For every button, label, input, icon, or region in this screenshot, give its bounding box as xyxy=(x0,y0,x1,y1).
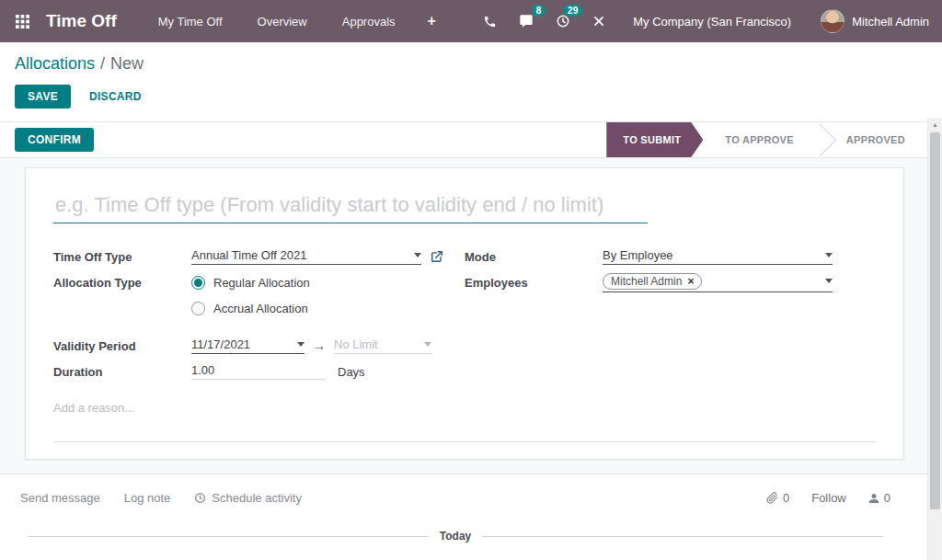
sheet-divider xyxy=(53,441,876,442)
nav-item-my-time-off[interactable]: My Time Off xyxy=(141,0,240,42)
chevron-down-icon xyxy=(424,342,431,347)
remove-tag-icon[interactable]: × xyxy=(687,276,694,287)
activities-count-badge: 29 xyxy=(563,5,582,17)
validity-start-date-value: 11/17/2021 xyxy=(191,337,290,351)
breadcrumb: Allocations/New xyxy=(15,54,927,74)
radio-regular-label: Regular Allocation xyxy=(213,276,310,290)
chevron-down-icon xyxy=(297,342,304,347)
clock-outline-icon xyxy=(194,492,206,504)
confirm-button[interactable]: CONFIRM xyxy=(15,128,94,152)
followers-count: 0 xyxy=(884,491,890,505)
today-label: Today xyxy=(440,530,471,543)
employees-label: Employees xyxy=(465,276,603,290)
mode-value: By Employee xyxy=(603,248,818,262)
systray: 8 29 My Company (San Francisco) Mitchell… xyxy=(472,0,942,42)
duration-input[interactable] xyxy=(191,363,326,377)
duration-unit: Days xyxy=(338,365,365,379)
validity-end-placeholder: No Limit xyxy=(334,337,417,351)
time-off-type-row: Time Off Type Annual Time Off 2021 xyxy=(53,244,465,269)
form-sheet: Time Off Type Annual Time Off 2021 Alloc… xyxy=(25,167,904,460)
user-name: Mitchell Admin xyxy=(852,15,929,29)
radio-accrual-label: Accrual Allocation xyxy=(213,302,308,315)
nav-item-approvals[interactable]: Approvals xyxy=(325,0,413,42)
validity-end-date-picker[interactable]: No Limit xyxy=(334,337,431,354)
external-link-icon[interactable] xyxy=(431,250,443,263)
field-groups: Time Off Type Annual Time Off 2021 Alloc… xyxy=(53,244,876,416)
employees-multiselect[interactable]: Mitchell Admin × xyxy=(603,273,833,292)
breadcrumb-current: New xyxy=(110,54,144,73)
radio-accrual-allocation[interactable]: Accrual Allocation xyxy=(191,302,308,315)
time-off-type-select[interactable]: Annual Time Off 2021 xyxy=(191,248,421,265)
voip-phone-button[interactable] xyxy=(472,0,508,42)
attachments-button[interactable]: 0 xyxy=(766,491,789,505)
stage-to-approve[interactable]: TO APPROVE xyxy=(703,122,816,157)
form-area: Time Off Type Annual Time Off 2021 Alloc… xyxy=(0,158,942,474)
person-icon xyxy=(868,493,879,504)
arrow-right-icon: → xyxy=(313,338,326,353)
status-stages: TO SUBMIT TO APPROVE APPROVED xyxy=(606,122,927,157)
vertical-scrollbar[interactable]: ▲ xyxy=(927,118,942,560)
send-message-button[interactable]: Send message xyxy=(20,491,100,505)
messages-button[interactable]: 8 xyxy=(508,0,545,42)
apps-menu-button[interactable] xyxy=(0,0,44,42)
mode-row: Mode By Employee xyxy=(465,244,876,269)
developer-tools-button[interactable] xyxy=(581,0,616,42)
today-divider: Today xyxy=(20,530,890,543)
mode-label: Mode xyxy=(465,250,603,264)
allocation-type-row-2: Accrual Allocation xyxy=(53,295,465,321)
duration-label: Duration xyxy=(53,365,191,379)
follow-button[interactable]: Follow xyxy=(811,491,846,505)
right-field-group: Mode By Employee Employees Mitchell Admi… xyxy=(465,244,876,416)
schedule-activity-label: Schedule activity xyxy=(212,491,302,505)
radio-checked-icon xyxy=(191,276,205,290)
activities-button[interactable]: 29 xyxy=(545,0,581,42)
company-switcher[interactable]: My Company (San Francisco) xyxy=(616,0,808,42)
time-off-type-label: Time Off Type xyxy=(53,250,191,264)
control-panel: Allocations/New SAVE DISCARD xyxy=(0,42,942,122)
top-navbar: Time Off My Time Off Overview Approvals … xyxy=(0,0,942,42)
breadcrumb-separator: / xyxy=(100,54,105,73)
reason-row xyxy=(53,399,465,416)
messages-count-badge: 8 xyxy=(532,5,546,17)
chevron-down-icon xyxy=(414,253,421,257)
radio-unchecked-icon xyxy=(191,302,205,315)
paperclip-icon xyxy=(766,492,778,504)
scrollbar-thumb[interactable] xyxy=(930,132,940,509)
crossed-tools-icon xyxy=(592,15,605,28)
user-menu[interactable]: Mitchell Admin xyxy=(808,0,942,42)
save-button[interactable]: SAVE xyxy=(15,85,71,109)
scroll-up-arrow-icon[interactable]: ▲ xyxy=(928,118,942,131)
time-off-type-value: Annual Time Off 2021 xyxy=(191,248,407,262)
control-panel-buttons: SAVE DISCARD xyxy=(15,85,927,109)
duration-field[interactable] xyxy=(191,363,326,380)
discard-button[interactable]: DISCARD xyxy=(89,90,142,103)
phone-icon xyxy=(483,15,497,29)
divider-line-left xyxy=(28,536,429,537)
allocation-title-input[interactable] xyxy=(53,191,648,223)
divider-line-right xyxy=(482,536,883,537)
nav-item-overview[interactable]: Overview xyxy=(240,0,325,42)
breadcrumb-allocations-link[interactable]: Allocations xyxy=(15,54,95,73)
employee-tag-name: Mitchell Admin xyxy=(611,275,682,288)
chevron-down-icon xyxy=(825,253,833,257)
stage-approved[interactable]: APPROVED xyxy=(824,122,927,157)
form-statusbar: CONFIRM TO SUBMIT TO APPROVE APPROVED xyxy=(0,122,942,158)
left-field-group: Time Off Type Annual Time Off 2021 Alloc… xyxy=(53,244,465,416)
radio-regular-allocation[interactable]: Regular Allocation xyxy=(191,276,310,290)
validity-start-date-picker[interactable]: 11/17/2021 xyxy=(191,337,304,354)
stage-to-submit[interactable]: TO SUBMIT xyxy=(606,122,703,157)
schedule-activity-button[interactable]: Schedule activity xyxy=(194,491,302,505)
chatter-toolbar: Send message Log note Schedule activity … xyxy=(20,491,890,505)
apps-grid-icon xyxy=(16,15,29,29)
reason-input[interactable] xyxy=(53,401,348,415)
allocation-type-row: Allocation Type Regular Allocation xyxy=(53,269,465,295)
app-title: Time Off xyxy=(44,0,141,42)
mode-select[interactable]: By Employee xyxy=(603,248,833,265)
user-avatar xyxy=(821,9,844,33)
speech-bubble-icon xyxy=(519,14,534,29)
nav-plus-button[interactable]: + xyxy=(413,0,451,42)
followers-button[interactable]: 0 xyxy=(868,491,890,505)
log-note-button[interactable]: Log note xyxy=(124,491,171,505)
chatter: Send message Log note Schedule activity … xyxy=(0,474,942,560)
duration-row: Duration Days xyxy=(53,359,465,384)
